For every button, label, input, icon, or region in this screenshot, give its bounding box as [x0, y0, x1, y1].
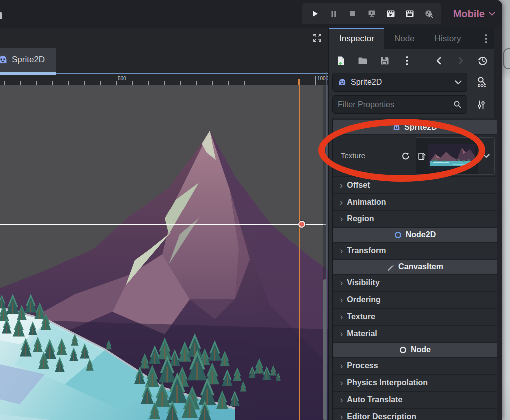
kebab-menu-icon: [406, 56, 408, 66]
revert-icon: [401, 151, 411, 161]
inspector-dock: Inspector Node History: [328, 28, 494, 420]
remote-play-button[interactable]: [363, 5, 380, 22]
category-label: CanvasItem: [398, 262, 443, 271]
ruler-guide-marker: [298, 79, 300, 85]
pause-button[interactable]: [325, 5, 342, 22]
screen: Mobile: [0, 0, 510, 420]
property-group-transform[interactable]: › Transform: [333, 243, 497, 260]
texture-property-label: Texture: [341, 151, 365, 160]
cropped-icon-fragment: [0, 12, 2, 19]
object-history-button[interactable]: [476, 54, 489, 67]
canvas-top-strip: [0, 28, 328, 48]
resource-extra-options-button[interactable]: [400, 54, 413, 67]
node2d-icon: [394, 231, 402, 239]
search-docs-button[interactable]: DOC: [471, 73, 491, 92]
chevron-right-icon: ›: [340, 395, 343, 404]
kebab-menu-icon: [485, 34, 487, 44]
filter-row: Filter Properties: [332, 95, 491, 114]
texture-property-row: Texture: [333, 135, 497, 177]
tab-node[interactable]: Node: [384, 28, 425, 49]
movie-reel-button[interactable]: [420, 5, 437, 22]
sprite2d-ghost-icon: [338, 78, 347, 87]
remote-play-icon: [367, 9, 377, 19]
property-group-label: Region: [347, 214, 374, 223]
renderer-label: Mobile: [453, 8, 485, 20]
chevron-right-icon: [457, 56, 465, 66]
property-group-label: Visibility: [347, 278, 380, 287]
property-group-label: Animation: [347, 198, 386, 207]
viewport-2d[interactable]: [0, 85, 328, 420]
property-group-ordering[interactable]: › Ordering: [333, 292, 497, 309]
load-resource-button[interactable]: [356, 54, 369, 67]
dock-menu-button[interactable]: [477, 28, 494, 49]
property-group-process[interactable]: › Process: [333, 358, 497, 375]
filter-properties-input[interactable]: Filter Properties: [332, 95, 467, 114]
movie-frame-icon: [405, 9, 415, 19]
stop-button[interactable]: [344, 5, 361, 22]
category-label: Node2D: [406, 230, 436, 239]
object-selector[interactable]: Sprite2D: [332, 73, 467, 92]
category-label: Sprite2D: [404, 123, 437, 132]
property-group-texture[interactable]: › Texture: [333, 309, 497, 326]
horizontal-ruler: 500 1000: [0, 75, 328, 85]
property-group-label: Process: [347, 361, 378, 370]
property-group-physics-interpolation[interactable]: › Physics Interpolation: [333, 375, 497, 392]
revert-property-button[interactable]: [401, 151, 411, 161]
chevron-right-icon: ›: [340, 329, 343, 338]
ruler-ticks: [4, 81, 328, 85]
scene-tab-sprite2d[interactable]: Sprite2D: [0, 48, 56, 72]
property-group-material[interactable]: › Material: [333, 326, 497, 343]
node-icon: [399, 346, 407, 354]
inspector-tab-bar: Inspector Node History: [329, 28, 494, 49]
ruler-label-500: 500: [118, 76, 126, 81]
svg-text:DOC: DOC: [478, 83, 486, 88]
filter-options-button[interactable]: [471, 95, 491, 114]
scene-tab-bar: Sprite2D: [0, 48, 328, 72]
chevron-right-icon: ›: [340, 246, 343, 255]
filter-placeholder: Filter Properties: [338, 100, 453, 109]
movie-play-button[interactable]: [382, 5, 399, 22]
scene-artwork: [0, 85, 328, 420]
play-icon: [310, 9, 320, 19]
tab-inspector[interactable]: Inspector: [329, 28, 384, 49]
save-resource-button[interactable]: [378, 54, 391, 67]
property-group-animation[interactable]: › Animation: [333, 194, 497, 211]
chevron-right-icon: ›: [340, 412, 343, 420]
sprite-position-handle[interactable]: [298, 221, 305, 228]
chevron-right-icon: ›: [340, 378, 343, 387]
sprite2d-ghost-icon: [0, 54, 8, 65]
property-group-editor-description[interactable]: › Editor Description: [333, 409, 497, 420]
object-row: Sprite2D DOC: [332, 73, 491, 92]
property-group-offset[interactable]: › Offset: [333, 177, 497, 194]
property-group-visibility[interactable]: › Visibility: [333, 275, 497, 292]
inspector-toolbar: [329, 49, 494, 72]
texture-options-dropdown[interactable]: [478, 137, 495, 175]
category-header-node2d[interactable]: Node2D: [333, 228, 497, 243]
distraction-free-button[interactable]: [310, 31, 324, 45]
new-resource-button[interactable]: [334, 54, 347, 67]
category-header-node[interactable]: Node: [333, 343, 497, 358]
dock-splitter[interactable]: [326, 72, 327, 420]
play-button[interactable]: [306, 5, 323, 22]
tab-history[interactable]: History: [425, 28, 471, 49]
chevron-right-icon: ›: [340, 312, 343, 321]
category-header-canvasitem[interactable]: CanvasItem: [333, 260, 497, 275]
history-forward-button[interactable]: [454, 54, 467, 67]
godot-editor-window: Mobile: [0, 0, 502, 420]
property-group-auto-translate[interactable]: › Auto Translate: [333, 392, 497, 409]
category-header-sprite2d[interactable]: Sprite2D: [333, 120, 497, 135]
playback-toolbar: [302, 3, 441, 24]
movie-frame-button[interactable]: [401, 5, 418, 22]
property-group-label: Ordering: [347, 295, 381, 304]
renderer-dropdown[interactable]: Mobile: [453, 5, 495, 23]
history-back-button[interactable]: [432, 54, 445, 67]
property-group-label: Physics Interpolation: [347, 378, 428, 387]
property-group-region[interactable]: › Region: [333, 211, 497, 228]
horizontal-guide-line: [0, 224, 326, 225]
chevron-down-icon: [489, 12, 495, 16]
texture-assign-button[interactable]: [416, 137, 478, 175]
property-group-label: Offset: [347, 181, 370, 190]
movie-reel-icon: [424, 9, 434, 19]
pause-icon: [329, 9, 339, 19]
chevron-down-icon: [455, 80, 462, 85]
